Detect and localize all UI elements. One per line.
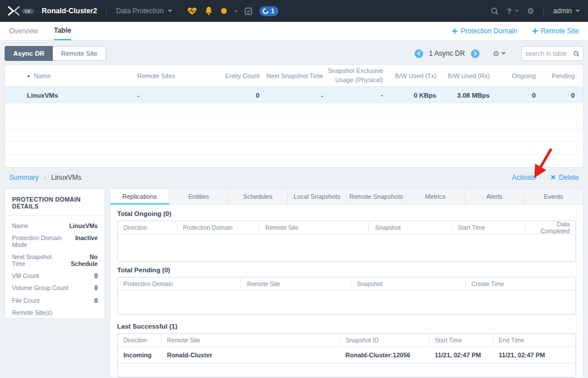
- search-icon[interactable]: [490, 7, 499, 16]
- pager-prev-button[interactable]: [415, 49, 423, 58]
- tab-table[interactable]: Table: [54, 22, 71, 40]
- field-label: Protection Domain Mode: [12, 234, 75, 248]
- table-search-input[interactable]: [525, 50, 573, 57]
- cell-ongoing: 0: [490, 92, 536, 99]
- col-header-entity-count[interactable]: Entity Count: [208, 72, 260, 79]
- tab-schedules[interactable]: Schedules: [229, 188, 288, 205]
- status-icons: 1: [187, 6, 278, 16]
- field-mode: Protection Domain Mode Inactive: [12, 232, 98, 250]
- col-remote-site: Remote Site: [161, 334, 340, 346]
- col-create-time: Create Time: [466, 277, 575, 290]
- tab-alerts[interactable]: Alerts: [465, 188, 524, 205]
- help-menu[interactable]: ?: [507, 7, 519, 16]
- last-successful-empty-space: [118, 363, 575, 377]
- col-header-remote-sites[interactable]: Remote Sites: [136, 72, 208, 79]
- gear-icon[interactable]: ⚙: [527, 7, 535, 15]
- tab-events[interactable]: Events: [524, 188, 583, 205]
- add-protection-domain-button[interactable]: Protection Domain: [452, 27, 517, 35]
- cell-start-time: 11/21, 02:47 PM: [429, 352, 493, 358]
- last-successful-row[interactable]: Incoming Ronald-Cluster Ronald-Cluster:1…: [118, 347, 575, 363]
- activate-button[interactable]: Activate: [512, 173, 537, 182]
- divider: [106, 6, 107, 16]
- data-protection-menu[interactable]: Data Protection: [116, 7, 172, 15]
- col-direction: Direction: [118, 334, 161, 346]
- col-header-bw-used-rx[interactable]: B/W Used (Rx): [436, 72, 490, 79]
- health-heart-icon[interactable]: [187, 7, 197, 16]
- col-header-bw-used-tx[interactable]: B/W Used (Tx): [383, 72, 436, 79]
- plus-icon: [452, 28, 458, 34]
- detail-actions: Activate ✕ Delete: [512, 173, 579, 182]
- help-label: ?: [507, 7, 512, 16]
- async-dr-button[interactable]: Async DR: [5, 46, 53, 61]
- tab-remote-snapshots[interactable]: Remote Snapshots: [347, 188, 406, 205]
- alerts-bell-icon[interactable]: [204, 6, 213, 16]
- nutanix-logo[interactable]: CE: [8, 6, 34, 16]
- add-remote-site-label: Remote Site: [541, 27, 579, 35]
- search-icon[interactable]: [573, 50, 579, 57]
- last-successful-table: Direction Remote Site Snapshot ID Start …: [117, 333, 576, 377]
- empty-table-row: [5, 142, 583, 155]
- tab-local-snapshots[interactable]: Local Snapshots: [288, 188, 347, 205]
- page: CE Ronald-Cluster2 Data Protection: [0, 0, 588, 378]
- col-protection-domain: Protection Domain: [118, 277, 241, 290]
- menu-label: Data Protection: [116, 7, 164, 15]
- running-tasks-badge[interactable]: 1: [260, 6, 278, 16]
- col-header-ongoing[interactable]: Ongoing: [490, 72, 536, 79]
- top-bar: CE Ronald-Cluster2 Data Protection: [0, 0, 588, 22]
- field-value: 0: [94, 272, 98, 279]
- remote-site-button[interactable]: Remote Site: [53, 46, 106, 61]
- tab-overview[interactable]: Overview: [9, 22, 38, 40]
- table-row-linuxvms[interactable]: LinuxVMs - 0 - - 0 KBps 3.08 MBps 0 0: [5, 87, 583, 103]
- tab-replications[interactable]: Replications: [110, 188, 169, 205]
- ce-badge: CE: [22, 9, 34, 14]
- col-header-snapshot-exclusive-usage[interactable]: Snapshot Exclusive Usage (Physical): [323, 67, 383, 84]
- total-pending-table: Protection Domain Remote Site Snapshot C…: [117, 277, 576, 315]
- cell-next-snapshot-time: -: [260, 92, 323, 99]
- cell-bw-used-tx: 0 KBps: [383, 92, 436, 99]
- delete-label: Delete: [559, 173, 579, 182]
- table-settings-button[interactable]: ⚙: [493, 50, 506, 57]
- col-start-time: Start Time: [429, 334, 493, 346]
- cell-entity-count: 0: [208, 92, 260, 99]
- tasks-icon[interactable]: [245, 7, 252, 15]
- field-name: Name LinuxVMs: [12, 219, 98, 232]
- details-fields: Name LinuxVMs Protection Domain Mode Ina…: [5, 216, 105, 322]
- gear-icon: ⚙: [493, 50, 500, 57]
- task-count: 1: [271, 7, 274, 14]
- col-snapshot: Snapshot: [369, 221, 451, 234]
- table-search: [521, 46, 583, 61]
- add-remote-site-button[interactable]: Remote Site: [532, 27, 579, 35]
- pending-empty-body: [118, 290, 575, 314]
- breadcrumb-summary-link[interactable]: Summary: [9, 173, 38, 182]
- user-menu[interactable]: admin: [553, 7, 580, 15]
- tab-metrics[interactable]: Metrics: [406, 188, 465, 205]
- details-card-title: PROTECTION DOMAIN DETAILS: [5, 189, 105, 216]
- ongoing-header-row: Direction Protection Domain Remote Site …: [118, 221, 575, 234]
- separator-dot: ·: [485, 51, 487, 57]
- event-dot-icon[interactable]: [220, 7, 227, 14]
- col-header-next-snapshot-time[interactable]: Next Snapshot Time: [260, 72, 323, 79]
- field-vm-count: VM Count 0: [12, 270, 98, 282]
- col-remote-site: Remote Site: [260, 221, 369, 234]
- delete-button[interactable]: ✕ Delete: [550, 173, 579, 182]
- table-header-row: Name Remote Sites Entity Count Next Snap…: [5, 65, 583, 87]
- field-value: Inactive: [75, 234, 98, 241]
- cell-snapshot-exclusive-usage: -: [323, 90, 383, 99]
- field-volume-group-count: Volume Group Count 0: [12, 282, 98, 294]
- pager-next-button[interactable]: [471, 49, 479, 58]
- field-label: Remote Site(s): [12, 309, 52, 316]
- last-successful-body: Incoming Ronald-Cluster Ronald-Cluster:1…: [118, 346, 575, 377]
- cluster-name[interactable]: Ronald-Cluster2: [42, 7, 98, 15]
- small-dot-icon: [235, 10, 237, 12]
- total-ongoing-title: Total Ongoing (0): [117, 210, 576, 217]
- username: admin: [553, 7, 572, 15]
- field-value: LinuxVMs: [69, 222, 98, 229]
- col-header-pending[interactable]: Pending: [536, 72, 583, 79]
- col-header-name[interactable]: Name: [27, 72, 136, 79]
- col-remote-site: Remote Site: [241, 277, 351, 290]
- topbar-right: ? ⚙ admin: [490, 6, 580, 16]
- cell-direction: Incoming: [118, 352, 161, 358]
- tab-entities[interactable]: Entities: [169, 188, 229, 205]
- table-type-switch: Async DR Remote Site: [5, 46, 106, 61]
- field-label: VM Count: [12, 272, 39, 279]
